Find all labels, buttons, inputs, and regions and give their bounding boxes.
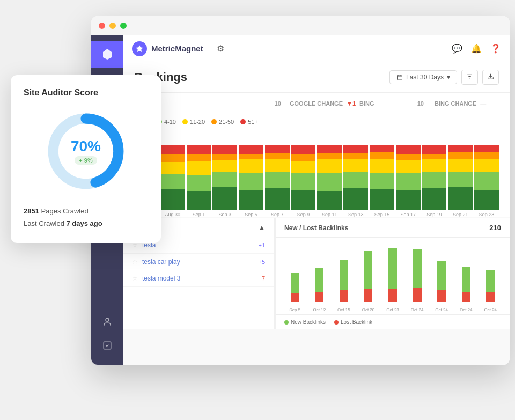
th-google-col: 10 (236, 100, 290, 107)
date-filter-label: Last 30 Days (406, 73, 444, 81)
navbar-actions: 💬 🔔 ❓ (452, 43, 501, 54)
bar-segment (448, 159, 473, 172)
bar-group (370, 145, 394, 210)
keyword-text[interactable]: tesla (142, 241, 254, 249)
bar-stack (343, 145, 368, 210)
backlink-bar-group (480, 270, 502, 302)
chat-icon[interactable]: 💬 (452, 43, 462, 54)
bar-segment (396, 173, 421, 190)
close-button-dot[interactable] (99, 23, 105, 29)
bar-segment (448, 152, 473, 159)
bar-group (160, 145, 185, 210)
sidebar-item-user[interactable] (97, 311, 118, 333)
backlink-bar-lost (437, 290, 446, 302)
backlink-bar-new (388, 248, 397, 289)
download-button[interactable] (482, 70, 499, 85)
backlink-bar-new (462, 267, 470, 292)
chart-x-label: Sep 13 (343, 212, 368, 217)
bl-legend-new: New Backlinks (284, 319, 326, 325)
legend-11-20: 11-20 (182, 119, 205, 125)
bar-stack (448, 145, 473, 210)
chart-x-label: Aug 30 (160, 212, 185, 217)
bar-group (187, 145, 211, 210)
keyword-row: ☆ tesla model 3 -7 (123, 270, 274, 287)
bar-segment (212, 160, 237, 173)
chart-x-label: Sep 9 (291, 212, 316, 217)
bl-date-label: Oct 24 (455, 307, 477, 312)
bar-segment (317, 173, 342, 191)
donut-center: 70% + 9% (71, 138, 101, 165)
bar-segment (291, 154, 316, 161)
bl-date-label: Oct 24 (431, 307, 452, 312)
bar-segment (343, 145, 368, 153)
backlink-bar-new (340, 260, 348, 290)
bar-segment (343, 153, 368, 159)
bar-segment (160, 174, 185, 189)
backlink-bar-stack (480, 270, 502, 302)
backlink-bar-group (284, 273, 306, 302)
sort-icon[interactable]: ▲ (259, 224, 265, 231)
bar-group (422, 145, 447, 210)
backlinks-date-labels: Sep 5Oct 12Oct 15Oct 20Oct 23Oct 24Oct 2… (276, 307, 510, 314)
bar-segment (422, 159, 447, 172)
bar-stack (212, 145, 237, 210)
legend-dot-21-50 (211, 119, 217, 124)
legend-dot-11-20 (182, 119, 188, 124)
chart-x-axis-labels: Aug 28Aug 30Sep 1Sep 3Sep 5Sep 7Sep 9Sep… (123, 210, 510, 217)
star-icon[interactable]: ☆ (132, 275, 138, 282)
backlink-bar-new (486, 270, 495, 292)
bar-segment (239, 145, 263, 154)
notification-icon[interactable]: 🔔 (471, 43, 482, 54)
backlink-bar-group (333, 260, 355, 302)
bar-segment (422, 154, 447, 160)
filter-button[interactable] (461, 70, 478, 85)
bar-stack (291, 145, 316, 210)
bl-date-label: Sep 5 (284, 307, 306, 312)
bar-segment (239, 173, 263, 190)
bar-segment (370, 159, 394, 173)
bar-group (343, 145, 368, 210)
bar-segment (160, 162, 185, 174)
chart-x-label: Sep 1 (187, 212, 211, 217)
keyword-text[interactable]: tesla model 3 (142, 275, 255, 282)
donut-percent: 70% (71, 138, 101, 155)
bar-segment (343, 159, 368, 172)
keyword-text[interactable]: tesla car play (142, 258, 254, 266)
help-icon[interactable]: ❓ (490, 43, 501, 54)
backlink-bar-lost (291, 293, 299, 302)
bar-segment (291, 145, 316, 154)
chart-x-label: Sep 17 (396, 212, 421, 217)
th-google-change: Google Change ▼1 (290, 100, 359, 107)
bar-segment (370, 173, 394, 189)
backlink-bar-new (437, 261, 446, 290)
bar-segment (317, 159, 342, 173)
last-crawled-stat: Last Crawled 7 days ago (24, 217, 148, 230)
table-header-row: 10 Google Change ▼1 Bing 10 Bing Change (123, 93, 510, 114)
bar-stack (422, 145, 447, 210)
bar-segment (370, 145, 394, 152)
keyword-change: +5 (258, 259, 265, 265)
backlink-bar-lost (388, 289, 397, 302)
sidebar-item-tasks[interactable] (97, 335, 118, 356)
backlink-bar-new (364, 251, 372, 289)
bar-segment (187, 191, 211, 210)
bar-stack (187, 145, 211, 210)
bar-segment (291, 161, 316, 173)
bar-segment (474, 172, 499, 189)
date-filter-button[interactable]: Last 30 Days ▾ (389, 70, 457, 84)
settings-gear-icon[interactable]: ⚙ (217, 43, 224, 54)
bar-segment (474, 159, 499, 172)
bar-group (212, 145, 237, 210)
bar-segment (317, 145, 342, 153)
star-icon[interactable]: ☆ (132, 258, 138, 266)
backlink-bar-stack (431, 261, 452, 302)
bar-segment (160, 145, 185, 154)
backlink-bar-stack (284, 273, 306, 302)
backlink-bar-lost (364, 289, 372, 302)
maximize-button-dot[interactable] (120, 23, 127, 29)
app-brand: MetricMagnet (132, 41, 203, 56)
rankings-header: Rankings Last 30 Days ▾ (123, 62, 510, 93)
minimize-button-dot[interactable] (109, 23, 116, 29)
bar-segment (265, 188, 290, 210)
bar-group (317, 145, 342, 210)
